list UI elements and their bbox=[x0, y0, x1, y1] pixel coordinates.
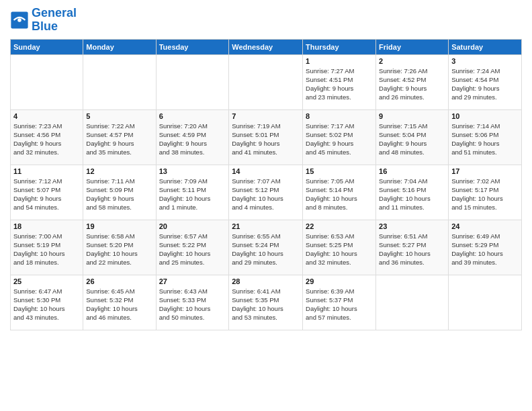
calendar-week-3: 11Sunrise: 7:12 AM Sunset: 5:07 PM Dayli… bbox=[11, 165, 522, 220]
calendar-cell: 4Sunrise: 7:23 AM Sunset: 4:56 PM Daylig… bbox=[11, 109, 83, 165]
day-info: Sunrise: 6:55 AM Sunset: 5:24 PM Dayligh… bbox=[232, 232, 300, 267]
day-info: Sunrise: 7:23 AM Sunset: 4:56 PM Dayligh… bbox=[13, 122, 80, 157]
weekday-header-friday: Friday bbox=[376, 39, 449, 54]
weekday-header-wednesday: Wednesday bbox=[229, 39, 303, 54]
day-info: Sunrise: 7:27 AM Sunset: 4:51 PM Dayligh… bbox=[306, 66, 373, 102]
day-info: Sunrise: 6:45 AM Sunset: 5:32 PM Dayligh… bbox=[86, 287, 152, 322]
header: General Blue bbox=[10, 7, 522, 34]
day-number: 15 bbox=[306, 167, 373, 175]
calendar-cell: 5Sunrise: 7:22 AM Sunset: 4:57 PM Daylig… bbox=[83, 109, 156, 165]
calendar-cell: 27Sunrise: 6:43 AM Sunset: 5:33 PM Dayli… bbox=[156, 275, 229, 330]
day-info: Sunrise: 7:02 AM Sunset: 5:17 PM Dayligh… bbox=[451, 177, 519, 212]
day-number: 17 bbox=[451, 167, 519, 175]
day-number: 2 bbox=[379, 57, 445, 65]
day-info: Sunrise: 6:41 AM Sunset: 5:35 PM Dayligh… bbox=[232, 287, 300, 322]
calendar-cell: 14Sunrise: 7:07 AM Sunset: 5:12 PM Dayli… bbox=[229, 165, 303, 220]
weekday-header-saturday: Saturday bbox=[449, 39, 522, 54]
day-number: 26 bbox=[86, 277, 152, 285]
day-number: 9 bbox=[379, 112, 445, 120]
calendar-week-5: 25Sunrise: 6:47 AM Sunset: 5:30 PM Dayli… bbox=[11, 275, 522, 330]
day-info: Sunrise: 7:11 AM Sunset: 5:09 PM Dayligh… bbox=[86, 177, 152, 212]
day-info: Sunrise: 7:14 AM Sunset: 5:06 PM Dayligh… bbox=[451, 122, 519, 157]
calendar-cell: 28Sunrise: 6:41 AM Sunset: 5:35 PM Dayli… bbox=[229, 275, 303, 330]
calendar-table: SundayMondayTuesdayWednesdayThursdayFrid… bbox=[10, 39, 522, 330]
calendar-week-4: 18Sunrise: 7:00 AM Sunset: 5:19 PM Dayli… bbox=[11, 220, 522, 275]
calendar-cell: 19Sunrise: 6:58 AM Sunset: 5:20 PM Dayli… bbox=[83, 220, 156, 275]
day-info: Sunrise: 7:07 AM Sunset: 5:12 PM Dayligh… bbox=[232, 177, 300, 212]
calendar-cell: 29Sunrise: 6:39 AM Sunset: 5:37 PM Dayli… bbox=[303, 275, 376, 330]
calendar-cell: 2Sunrise: 7:26 AM Sunset: 4:52 PM Daylig… bbox=[376, 54, 449, 109]
day-number: 5 bbox=[86, 112, 152, 120]
calendar-cell: 9Sunrise: 7:15 AM Sunset: 5:04 PM Daylig… bbox=[376, 109, 449, 165]
calendar-cell bbox=[229, 54, 303, 109]
day-number: 1 bbox=[306, 57, 373, 65]
logo-icon bbox=[10, 11, 29, 30]
weekday-header-tuesday: Tuesday bbox=[156, 39, 229, 54]
day-info: Sunrise: 6:49 AM Sunset: 5:29 PM Dayligh… bbox=[451, 232, 519, 267]
day-number: 14 bbox=[232, 167, 300, 175]
calendar-cell bbox=[11, 54, 83, 109]
calendar-cell: 8Sunrise: 7:17 AM Sunset: 5:02 PM Daylig… bbox=[303, 109, 376, 165]
day-number: 4 bbox=[13, 112, 80, 120]
calendar-cell: 1Sunrise: 7:27 AM Sunset: 4:51 PM Daylig… bbox=[303, 54, 376, 109]
day-number: 11 bbox=[13, 167, 80, 175]
day-number: 18 bbox=[13, 222, 80, 230]
day-info: Sunrise: 6:51 AM Sunset: 5:27 PM Dayligh… bbox=[379, 232, 445, 267]
calendar-cell: 23Sunrise: 6:51 AM Sunset: 5:27 PM Dayli… bbox=[376, 220, 449, 275]
weekday-header-thursday: Thursday bbox=[303, 39, 376, 54]
calendar-week-1: 1Sunrise: 7:27 AM Sunset: 4:51 PM Daylig… bbox=[11, 54, 522, 109]
day-info: Sunrise: 6:47 AM Sunset: 5:30 PM Dayligh… bbox=[13, 287, 80, 322]
weekday-header-monday: Monday bbox=[83, 39, 156, 54]
calendar-cell: 16Sunrise: 7:04 AM Sunset: 5:16 PM Dayli… bbox=[376, 165, 449, 220]
day-info: Sunrise: 7:19 AM Sunset: 5:01 PM Dayligh… bbox=[232, 122, 300, 157]
calendar-week-2: 4Sunrise: 7:23 AM Sunset: 4:56 PM Daylig… bbox=[11, 109, 522, 165]
day-info: Sunrise: 7:04 AM Sunset: 5:16 PM Dayligh… bbox=[379, 177, 445, 212]
day-info: Sunrise: 6:58 AM Sunset: 5:20 PM Dayligh… bbox=[86, 232, 152, 267]
day-number: 28 bbox=[232, 277, 300, 285]
day-number: 20 bbox=[159, 222, 226, 230]
day-info: Sunrise: 6:57 AM Sunset: 5:22 PM Dayligh… bbox=[159, 232, 226, 267]
calendar-cell: 3Sunrise: 7:24 AM Sunset: 4:54 PM Daylig… bbox=[449, 54, 522, 109]
calendar-cell: 26Sunrise: 6:45 AM Sunset: 5:32 PM Dayli… bbox=[83, 275, 156, 330]
day-number: 8 bbox=[306, 112, 373, 120]
svg-point-2 bbox=[17, 18, 21, 22]
calendar-cell: 20Sunrise: 6:57 AM Sunset: 5:22 PM Dayli… bbox=[156, 220, 229, 275]
day-number: 10 bbox=[451, 112, 519, 120]
calendar-cell: 15Sunrise: 7:05 AM Sunset: 5:14 PM Dayli… bbox=[303, 165, 376, 220]
day-info: Sunrise: 7:22 AM Sunset: 4:57 PM Dayligh… bbox=[86, 122, 152, 157]
calendar-cell bbox=[156, 54, 229, 109]
day-info: Sunrise: 7:05 AM Sunset: 5:14 PM Dayligh… bbox=[306, 177, 373, 212]
day-info: Sunrise: 7:24 AM Sunset: 4:54 PM Dayligh… bbox=[451, 66, 519, 102]
logo-text: General Blue bbox=[32, 7, 77, 34]
calendar-cell: 7Sunrise: 7:19 AM Sunset: 5:01 PM Daylig… bbox=[229, 109, 303, 165]
day-info: Sunrise: 7:00 AM Sunset: 5:19 PM Dayligh… bbox=[13, 232, 80, 267]
day-info: Sunrise: 7:20 AM Sunset: 4:59 PM Dayligh… bbox=[159, 122, 226, 157]
calendar-cell: 13Sunrise: 7:09 AM Sunset: 5:11 PM Dayli… bbox=[156, 165, 229, 220]
day-info: Sunrise: 7:09 AM Sunset: 5:11 PM Dayligh… bbox=[159, 177, 226, 212]
calendar-cell: 18Sunrise: 7:00 AM Sunset: 5:19 PM Dayli… bbox=[11, 220, 83, 275]
day-number: 16 bbox=[379, 167, 445, 175]
calendar-cell: 6Sunrise: 7:20 AM Sunset: 4:59 PM Daylig… bbox=[156, 109, 229, 165]
day-info: Sunrise: 7:17 AM Sunset: 5:02 PM Dayligh… bbox=[306, 122, 373, 157]
day-number: 24 bbox=[451, 222, 519, 230]
day-number: 7 bbox=[232, 112, 300, 120]
day-number: 27 bbox=[159, 277, 226, 285]
day-number: 13 bbox=[159, 167, 226, 175]
day-number: 3 bbox=[451, 57, 519, 65]
day-number: 22 bbox=[306, 222, 373, 230]
day-number: 25 bbox=[13, 277, 80, 285]
day-number: 19 bbox=[86, 222, 152, 230]
page-container: General Blue SundayMondayTuesdayWednesda… bbox=[0, 0, 532, 334]
calendar-cell: 10Sunrise: 7:14 AM Sunset: 5:06 PM Dayli… bbox=[449, 109, 522, 165]
calendar-cell: 22Sunrise: 6:53 AM Sunset: 5:25 PM Dayli… bbox=[303, 220, 376, 275]
calendar-cell: 24Sunrise: 6:49 AM Sunset: 5:29 PM Dayli… bbox=[449, 220, 522, 275]
calendar-cell: 25Sunrise: 6:47 AM Sunset: 5:30 PM Dayli… bbox=[11, 275, 83, 330]
day-number: 12 bbox=[86, 167, 152, 175]
calendar-cell: 17Sunrise: 7:02 AM Sunset: 5:17 PM Dayli… bbox=[449, 165, 522, 220]
calendar-cell: 21Sunrise: 6:55 AM Sunset: 5:24 PM Dayli… bbox=[229, 220, 303, 275]
day-number: 6 bbox=[159, 112, 226, 120]
day-info: Sunrise: 7:15 AM Sunset: 5:04 PM Dayligh… bbox=[379, 122, 445, 157]
day-info: Sunrise: 6:39 AM Sunset: 5:37 PM Dayligh… bbox=[306, 287, 373, 322]
day-number: 29 bbox=[306, 277, 373, 285]
day-number: 23 bbox=[379, 222, 445, 230]
